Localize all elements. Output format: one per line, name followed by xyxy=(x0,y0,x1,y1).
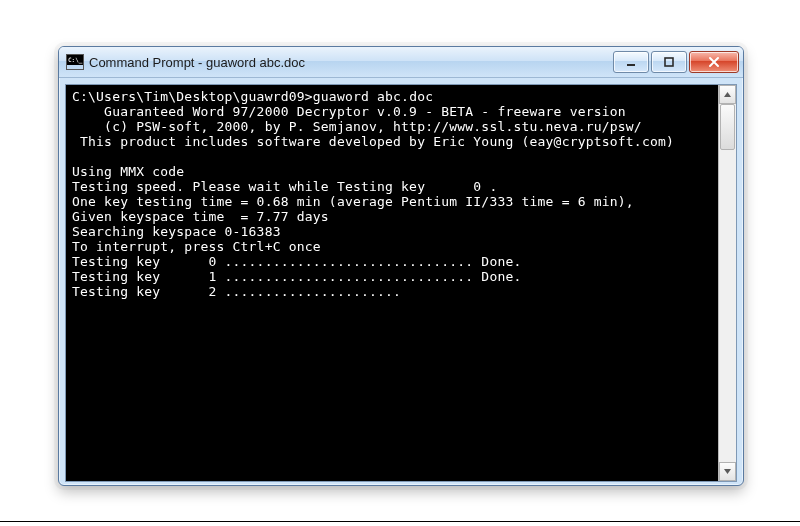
window-title: Command Prompt - guaword abc.doc xyxy=(89,55,611,70)
page-divider xyxy=(0,521,800,522)
banner-line: This product includes software developed… xyxy=(72,134,674,149)
command-prompt-icon xyxy=(67,55,83,69)
banner-line: (c) PSW-soft, 2000, by P. Semjanov, http… xyxy=(72,119,642,134)
progress-line: Testing key 0 ..........................… xyxy=(72,254,522,269)
status-line: One key testing time = 0.68 min (average… xyxy=(72,194,634,209)
command-prompt-window: Command Prompt - guaword abc.doc xyxy=(58,46,744,486)
close-icon xyxy=(707,56,721,68)
window-controls xyxy=(611,51,739,73)
chevron-down-icon xyxy=(723,467,732,476)
svg-rect-0 xyxy=(627,64,635,66)
title-bar[interactable]: Command Prompt - guaword abc.doc xyxy=(59,47,743,78)
scrollbar-track[interactable] xyxy=(719,104,736,462)
status-line: Given keyspace time = 7.77 days xyxy=(72,209,329,224)
banner-line: Guaranteed Word 97/2000 Decryptor v.0.9 … xyxy=(72,104,626,119)
close-button[interactable] xyxy=(689,51,739,73)
scroll-down-button[interactable] xyxy=(719,462,736,481)
scroll-up-button[interactable] xyxy=(719,85,736,104)
command-text: guaword abc.doc xyxy=(313,89,433,104)
progress-line: Testing key 2 ...................... xyxy=(72,284,401,299)
svg-rect-1 xyxy=(665,58,673,66)
maximize-icon xyxy=(663,56,675,68)
hint-line: To interrupt, press Ctrl+C once xyxy=(72,239,321,254)
terminal-output[interactable]: C:\Users\Tim\Desktop\guawrd09>guaword ab… xyxy=(66,85,718,481)
chevron-up-icon xyxy=(723,90,732,99)
maximize-button[interactable] xyxy=(651,51,687,73)
vertical-scrollbar[interactable] xyxy=(718,85,736,481)
status-line: Searching keyspace 0-16383 xyxy=(72,224,281,239)
prompt: C:\Users\Tim\Desktop\guawrd09> xyxy=(72,89,313,104)
terminal-frame: C:\Users\Tim\Desktop\guawrd09>guaword ab… xyxy=(65,84,737,482)
progress-line: Testing key 1 ..........................… xyxy=(72,269,522,284)
status-line: Using MMX code xyxy=(72,164,184,179)
status-line: Testing speed. Please wait while Testing… xyxy=(72,179,497,194)
minimize-icon xyxy=(625,56,637,68)
minimize-button[interactable] xyxy=(613,51,649,73)
scrollbar-thumb[interactable] xyxy=(720,104,735,150)
